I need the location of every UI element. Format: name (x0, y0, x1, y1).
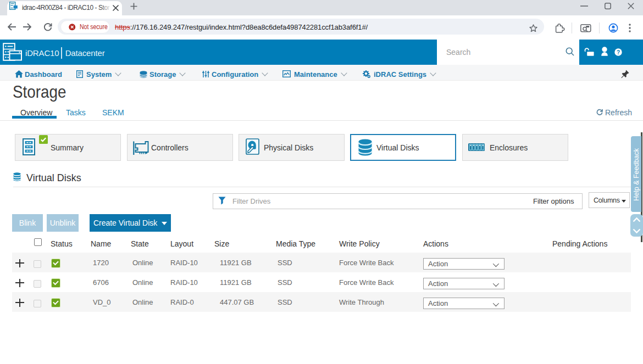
svg-text:?: ? (617, 49, 620, 55)
